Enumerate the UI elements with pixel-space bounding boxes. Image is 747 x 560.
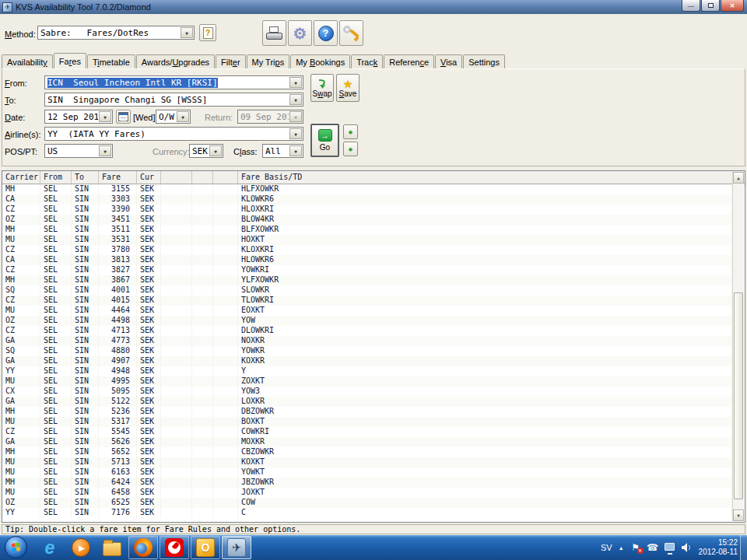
calendar-button[interactable] — [116, 110, 131, 124]
taskbar-app-wmp[interactable] — [66, 536, 96, 559]
hidden-icons-button[interactable]: ▲ — [619, 545, 624, 551]
column-header[interactable] — [213, 171, 238, 184]
tab-reference[interactable]: Reference — [384, 54, 434, 68]
tab-timetable[interactable]: Timetable — [87, 54, 135, 68]
table-row[interactable]: MUSELSIN5317SEKBOXKT — [2, 417, 732, 427]
taskbar-app-outlook[interactable] — [191, 536, 220, 559]
swap-button[interactable]: Swap — [310, 74, 334, 102]
table-row[interactable]: CZSELSIN3827SEKYOWKRI — [2, 265, 732, 275]
small-action-button-top[interactable] — [343, 124, 358, 139]
table-row[interactable]: CZSELSIN4713SEKDLOWKRI — [2, 326, 732, 336]
table-row[interactable]: MUSELSIN6458SEKJOXKT — [2, 488, 732, 498]
tab-visa[interactable]: Visa — [435, 54, 462, 68]
method-select[interactable]: Sabre: Fares/DotRes — [37, 26, 195, 40]
column-header-fare-basis-td[interactable]: Fare Basis/TD — [238, 171, 745, 184]
table-row[interactable]: OZSELSIN6525SEKCOW — [2, 498, 732, 508]
taskbar-app-kvs[interactable] — [222, 536, 251, 559]
taskbar-app-explorer[interactable] — [97, 536, 127, 559]
start-button[interactable] — [5, 536, 27, 558]
help-icon: ? — [318, 26, 334, 41]
language-indicator[interactable]: SV — [601, 543, 612, 552]
close-button[interactable]: ✕ — [721, 0, 744, 12]
tab-settings[interactable]: Settings — [463, 54, 505, 68]
table-row[interactable]: MUSELSIN4995SEKZOXKT — [2, 376, 732, 387]
restore-button[interactable] — [701, 0, 720, 12]
table-row[interactable]: OZSELSIN3451SEKBLOW4KR — [2, 215, 732, 225]
table-row[interactable]: MHSELSIN3867SEKYLFXOWKR — [2, 275, 732, 285]
taskbar-app-firefox[interactable] — [128, 536, 158, 559]
return-date-select[interactable]: 09 Sep 2013 — [237, 110, 303, 124]
column-header[interactable] — [161, 171, 192, 184]
class-select[interactable]: All — [262, 144, 303, 158]
table-row[interactable]: MHSELSIN3511SEKBLFXOWKR — [2, 225, 732, 235]
table-row[interactable]: GASELSIN4907SEKKOXKR — [2, 356, 732, 366]
column-header-from[interactable]: From — [40, 171, 72, 184]
table-row[interactable]: MHSELSIN5236SEKDBZOWKR — [2, 407, 732, 417]
table-row[interactable]: MUSELSIN5713SEKKOXKT — [2, 457, 732, 467]
table-row[interactable]: MHSELSIN3155SEKHLFXOWKR — [2, 184, 732, 194]
table-row[interactable]: MHSELSIN5652SEKCBZOWKR — [2, 447, 732, 457]
table-row[interactable]: CASELSIN3303SEKKLOWKR6 — [2, 194, 732, 205]
tab-availability[interactable]: Availability — [2, 54, 53, 68]
table-row[interactable]: YYSELSIN7176SEKC — [2, 508, 732, 518]
vertical-scrollbar[interactable]: ▲ ▼ — [732, 172, 744, 521]
go-button[interactable]: → Go — [310, 124, 339, 157]
column-header-to[interactable]: To — [72, 171, 99, 184]
tab-fares[interactable]: Fares — [54, 53, 86, 68]
volume-icon[interactable] — [682, 542, 693, 553]
column-header-fare[interactable]: Fare — [99, 171, 137, 184]
tab-awards-upgrades[interactable]: Awards/Upgrades — [136, 54, 215, 68]
column-header[interactable] — [192, 171, 213, 184]
tab-filter[interactable]: Filter — [216, 54, 245, 68]
taskbar-app-vodafone[interactable] — [160, 536, 189, 559]
tab-track[interactable]: Track — [351, 54, 383, 68]
print-button[interactable] — [262, 20, 286, 46]
scrollbar-thumb[interactable] — [734, 292, 743, 499]
table-row[interactable]: YYSELSIN4948SEKY — [2, 366, 732, 376]
table-row[interactable]: OZSELSIN4498SEKYOW — [2, 316, 732, 326]
kvs-icon — [227, 538, 246, 557]
taskbar-app-ie[interactable] — [35, 536, 65, 559]
table-row[interactable]: MHSELSIN6424SEKJBZOWKR — [2, 478, 732, 488]
table-row[interactable]: MUSELSIN3531SEKHOXKT — [2, 235, 732, 245]
currency-select[interactable]: SEK — [189, 144, 223, 158]
scroll-up-button[interactable]: ▲ — [733, 172, 744, 184]
table-row[interactable]: CZSELSIN3390SEKHLOXKRI — [2, 205, 732, 215]
trip-type-select[interactable]: O/W — [156, 110, 191, 124]
method-help-button[interactable]: ? — [199, 24, 216, 41]
table-row[interactable]: CASELSIN3813SEKHLOWKR6 — [2, 255, 732, 265]
tab-my-trips[interactable]: My Trips — [247, 54, 290, 68]
small-action-button-bottom[interactable] — [343, 142, 358, 156]
table-row[interactable]: GASELSIN4773SEKNOXKR — [2, 336, 732, 346]
airlines-select[interactable]: YY (IATA YY Fares) — [44, 127, 303, 141]
column-header-carrier[interactable]: Carrier — [2, 171, 40, 184]
show-desktop-button[interactable] — [740, 535, 747, 560]
help-button[interactable]: ? — [314, 20, 338, 46]
table-row[interactable]: GASELSIN5122SEKLOXKR — [2, 397, 732, 407]
star-icon: ★ — [343, 79, 353, 89]
table-row[interactable]: MUSELSIN6163SEKYOWKT — [2, 467, 732, 478]
save-button[interactable]: ★ Save — [336, 74, 359, 102]
pos-select[interactable]: US — [44, 144, 113, 158]
tools-button[interactable] — [339, 20, 363, 46]
column-header-cur[interactable]: Cur — [137, 171, 161, 184]
table-row[interactable]: SQSELSIN4880SEKYOWKR — [2, 346, 732, 356]
table-row[interactable]: CZSELSIN5545SEKCOWKRI — [2, 427, 732, 437]
table-row[interactable]: CXSELSIN5095SEKYOW3 — [2, 387, 732, 397]
minimize-button[interactable]: — — [682, 0, 700, 12]
tab-my-bookings[interactable]: My Bookings — [290, 54, 350, 68]
table-row[interactable]: MUSELSIN4464SEKEOXKT — [2, 306, 732, 316]
taskbar-clock[interactable]: 15:22 2012-08-11 — [699, 538, 738, 557]
settings-button[interactable]: ⚙ — [288, 20, 312, 46]
to-select[interactable]: SIN Singapore Changi SG [WSSS] — [44, 93, 303, 107]
table-row[interactable]: SQSELSIN4001SEKSLOWKR — [2, 285, 732, 296]
table-row[interactable]: CZSELSIN3780SEKKLOXKRI — [2, 245, 732, 255]
scroll-down-button[interactable]: ▼ — [733, 509, 744, 521]
table-row[interactable]: GASELSIN5626SEKMOXKR — [2, 437, 732, 447]
display-icon[interactable] — [665, 542, 675, 553]
table-row[interactable]: CZSELSIN4015SEKTLOWKRI — [2, 296, 732, 306]
from-select[interactable]: ICN Seoul Incheon Intl KR [RKSI] — [44, 75, 303, 89]
phone-icon[interactable] — [647, 542, 658, 553]
date-select[interactable]: 12 Sep 2012 — [44, 110, 113, 124]
action-center-icon[interactable]: ✕ — [630, 542, 641, 553]
